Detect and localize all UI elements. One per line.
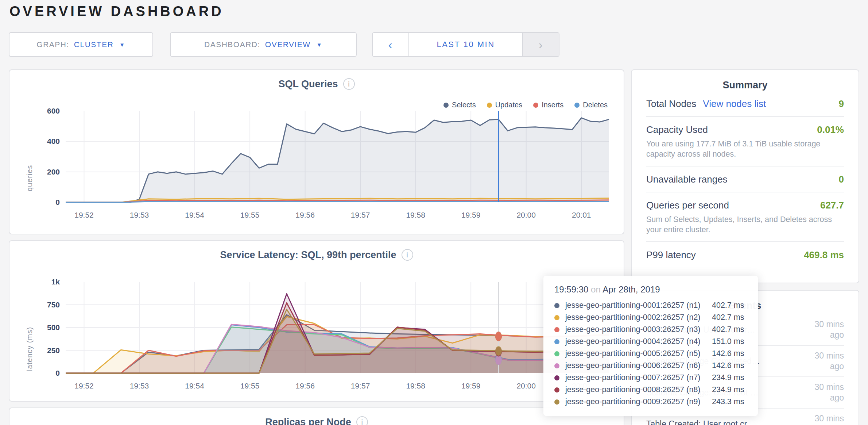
sql-queries-plot[interactable]: 19:5219:5319:5419:5519:5619:5719:5819:59… [33, 107, 616, 229]
sql-queries-panel: SQL Queries i SelectsUpdatesInsertsDelet… [9, 69, 624, 234]
svg-text:250: 250 [47, 346, 60, 355]
dashboard-dropdown[interactable]: DASHBOARD: OVERVIEW ▼ [170, 32, 357, 57]
tooltip-node-value: 151.0 ms [712, 337, 744, 346]
sql-queries-title: SQL Queries [278, 79, 338, 90]
time-range-selector: ‹ LAST 10 MIN › [372, 32, 559, 57]
summary-panel: Summary Total Nodes View nodes list 9 Ca… [631, 69, 859, 283]
summary-row: Capacity Used 0.01% You are using 177.7 … [646, 117, 844, 166]
tooltip-node-value: 243.3 ms [712, 397, 744, 406]
svg-text:600: 600 [47, 107, 60, 115]
svg-text:20:00: 20:00 [516, 211, 536, 219]
tooltip-row: jesse-geo-partitioning-0007:26257 (n7) 2… [554, 372, 747, 384]
svg-text:19:55: 19:55 [240, 382, 260, 390]
time-range-next-button[interactable]: › [522, 33, 559, 56]
event-time: 30 mins ago [800, 319, 844, 340]
svg-text:19:54: 19:54 [185, 382, 204, 390]
summary-row-value: 0.01% [817, 124, 844, 135]
summary-row-label: P99 latency [646, 249, 696, 261]
summary-row-label: Capacity Used [646, 124, 708, 135]
series-dot-icon [554, 339, 559, 344]
graph-dropdown-value: CLUSTER [74, 40, 114, 49]
svg-text:19:59: 19:59 [461, 382, 481, 390]
tooltip-node-value: 402.7 ms [712, 325, 744, 334]
svg-text:0: 0 [55, 369, 60, 377]
time-range-prev-button[interactable]: ‹ [373, 33, 409, 56]
info-icon[interactable]: i [356, 416, 368, 425]
tooltip-node-name: jesse-geo-partitioning-0005:26257 (n5) [565, 349, 712, 358]
series-dot-icon [554, 327, 559, 332]
series-dot-icon [554, 351, 559, 356]
chevron-right-icon: › [539, 38, 543, 52]
tooltip-node-name: jesse-geo-partitioning-0009:26257 (n9) [565, 397, 712, 406]
chart-hover-tooltip: 19:59:30 on Apr 28th, 2019 jesse-geo-par… [543, 276, 758, 416]
svg-text:20:01: 20:01 [572, 211, 591, 219]
tooltip-row: jesse-geo-partitioning-0004:26257 (n4) 1… [554, 336, 747, 348]
tooltip-node-value: 142.6 ms [712, 361, 744, 370]
summary-row-caption: You are using 177.7 MiB of 3.1 TiB usabl… [646, 139, 844, 159]
tooltip-node-name: jesse-geo-partitioning-0004:26257 (n4) [565, 337, 712, 346]
tooltip-row: jesse-geo-partitioning-0003:26257 (n3) 4… [554, 323, 747, 336]
summary-row-label: Total Nodes [646, 98, 696, 110]
dashboard-dropdown-label: DASHBOARD: [204, 40, 260, 49]
tooltip-node-name: jesse-geo-partitioning-0001:26257 (n1) [565, 301, 712, 310]
info-icon[interactable]: i [343, 78, 355, 90]
svg-text:19:59: 19:59 [461, 211, 481, 219]
svg-text:19:52: 19:52 [74, 382, 94, 390]
svg-text:500: 500 [47, 323, 60, 332]
replicas-per-node-title: Replicas per Node [265, 417, 351, 425]
view-nodes-list-link[interactable]: View nodes list [703, 98, 766, 110]
tooltip-row: jesse-geo-partitioning-0005:26257 (n5) 1… [554, 348, 747, 360]
tooltip-node-name: jesse-geo-partitioning-0006:26257 (n6) [565, 361, 712, 370]
tooltip-node-value: 402.7 ms [712, 301, 744, 310]
svg-text:19:57: 19:57 [351, 211, 370, 219]
event-time: 30 mins ago [800, 413, 844, 425]
caret-down-icon: ▼ [317, 42, 322, 48]
caret-down-icon: ▼ [119, 42, 125, 48]
time-range-label[interactable]: LAST 10 MIN [409, 33, 522, 56]
graph-dropdown[interactable]: GRAPH: CLUSTER ▼ [9, 32, 153, 57]
summary-row-value: 627.7 [820, 200, 844, 211]
tooltip-node-value: 402.7 ms [712, 313, 744, 322]
summary-row-value: 9 [839, 98, 844, 110]
service-latency-title: Service Latency: SQL, 99th percentile [220, 249, 396, 261]
event-time: 30 mins ago [800, 382, 844, 403]
series-dot-icon [554, 387, 559, 393]
service-latency-panel: Service Latency: SQL, 99th percentile i … [9, 240, 624, 402]
series-dot-icon [554, 399, 559, 405]
svg-text:20:00: 20:00 [516, 382, 536, 390]
summary-title: Summary [646, 70, 844, 91]
page-title: OVERVIEW DASHBOARD [9, 4, 224, 19]
tooltip-row: jesse-geo-partitioning-0009:26257 (n9) 2… [554, 396, 747, 408]
summary-row-caption: Sum of Selects, Updates, Inserts, and De… [646, 214, 844, 235]
summary-rows: Total Nodes View nodes list 9 Capacity U… [646, 91, 844, 267]
series-dot-icon [554, 375, 559, 380]
svg-text:19:58: 19:58 [406, 382, 425, 390]
tooltip-node-value: 234.9 ms [712, 373, 744, 382]
replicas-per-node-panel: Replicas per Node i [9, 407, 624, 425]
event-time: 30 mins ago [800, 351, 844, 372]
dashboard-dropdown-value: OVERVIEW [265, 40, 311, 49]
summary-row-value: 469.8 ms [804, 249, 844, 261]
svg-text:19:56: 19:56 [295, 211, 315, 219]
summary-row-value: 0 [839, 174, 844, 185]
summary-row-label: Unavailable ranges [646, 174, 728, 185]
tooltip-row: jesse-geo-partitioning-0001:26257 (n1) 4… [554, 299, 747, 311]
svg-text:19:58: 19:58 [406, 211, 425, 219]
svg-text:1k: 1k [51, 277, 60, 286]
series-dot-icon [554, 315, 559, 320]
service-latency-plot[interactable]: 19:5219:5319:5419:5519:5619:5719:5819:59… [33, 277, 616, 400]
tooltip-node-value: 142.6 ms [712, 349, 744, 358]
summary-row-label: Queries per second [646, 200, 729, 211]
tooltip-row: jesse-geo-partitioning-0008:26257 (n8) 2… [554, 384, 747, 396]
summary-row: Total Nodes View nodes list 9 [646, 91, 844, 117]
svg-text:19:52: 19:52 [74, 211, 94, 219]
tooltip-timestamp: 19:59:30 on Apr 28th, 2019 [554, 284, 747, 295]
series-dot-icon [554, 303, 559, 308]
svg-text:400: 400 [47, 137, 60, 145]
svg-text:0: 0 [55, 198, 60, 206]
tooltip-node-name: jesse-geo-partitioning-0008:26257 (n8) [565, 385, 712, 394]
summary-row: P99 latency 469.8 ms [646, 242, 844, 267]
series-dot-icon [554, 363, 559, 368]
svg-text:19:55: 19:55 [240, 211, 260, 219]
info-icon[interactable]: i [402, 249, 413, 261]
